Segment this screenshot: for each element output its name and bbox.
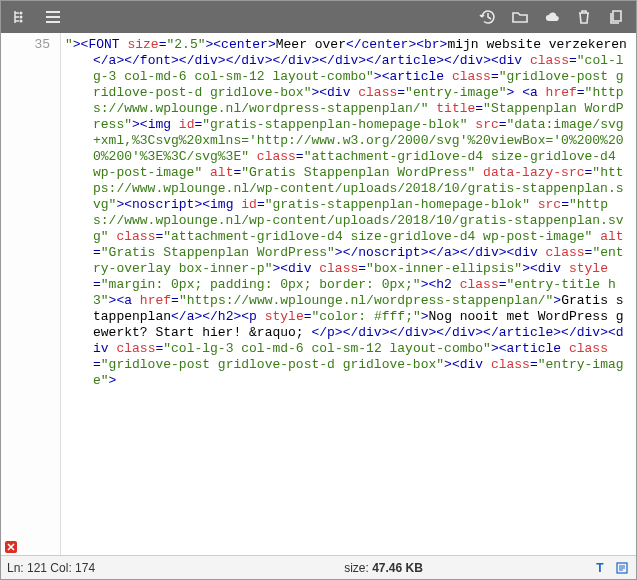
svg-point-2 — [20, 20, 23, 23]
menu-icon[interactable] — [39, 4, 67, 30]
history-icon[interactable] — [474, 4, 502, 30]
line-number: 35 — [1, 37, 60, 53]
code-line[interactable]: "><FONT size="2.5"><center>Meer over</ce… — [93, 37, 630, 389]
cursor-position: Ln: 121 Col: 174 — [7, 561, 187, 575]
cloud-download-icon[interactable] — [538, 4, 566, 30]
svg-point-1 — [20, 16, 23, 19]
error-icon[interactable] — [5, 541, 17, 553]
toolbar — [1, 1, 636, 33]
copy-icon[interactable] — [602, 4, 630, 30]
text-mode-badge[interactable]: T — [592, 560, 608, 576]
editor: 35 "><FONT size="2.5"><center>Meer over<… — [1, 33, 636, 555]
file-size: size: 47.46 KB — [187, 561, 580, 575]
code-area[interactable]: "><FONT size="2.5"><center>Meer over</ce… — [61, 33, 636, 555]
tree-toggle-icon[interactable] — [7, 4, 35, 30]
page-mode-badge[interactable] — [614, 560, 630, 576]
svg-point-0 — [20, 12, 23, 15]
status-bar: Ln: 121 Col: 174 size: 47.46 KB T — [1, 555, 636, 579]
trash-icon[interactable] — [570, 4, 598, 30]
folder-icon[interactable] — [506, 4, 534, 30]
svg-text:T: T — [596, 561, 604, 575]
gutter: 35 — [1, 33, 61, 555]
